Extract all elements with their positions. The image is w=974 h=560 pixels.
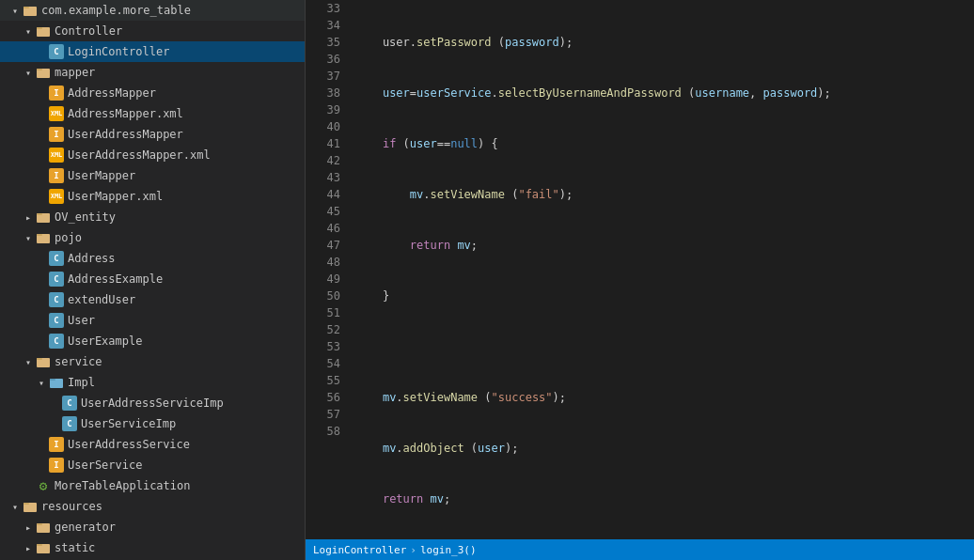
- line-number: 44: [309, 186, 340, 203]
- folder-icon: [36, 23, 51, 39]
- svg-rect-17: [37, 523, 42, 525]
- tree-item-user[interactable]: C User: [0, 310, 305, 331]
- tree-label: UserAddressMapper: [68, 128, 305, 141]
- tree-label: UserAddressService: [68, 438, 305, 451]
- tree-item-user-service-impl[interactable]: C UserServiceImp: [0, 413, 305, 434]
- tree-label: AddressExample: [68, 272, 305, 286]
- spacer: [47, 396, 62, 411]
- tree-label: UserMapper.xml: [68, 190, 305, 203]
- spacer: [21, 478, 36, 493]
- line-number: 42: [309, 152, 340, 169]
- tree-label: AddressMapper: [68, 86, 305, 100]
- tree-item-address-mapper-xml[interactable]: XML AddressMapper.xml: [0, 103, 305, 124]
- spacer: [34, 44, 49, 59]
- line-number: 51: [309, 304, 340, 321]
- line-number: 35: [309, 34, 340, 51]
- tree-label: mapper: [55, 66, 305, 79]
- spring-icon: ⚙: [36, 478, 51, 493]
- line-number: 53: [309, 338, 340, 355]
- tree-item-address[interactable]: C Address: [0, 248, 305, 269]
- tree-label: LoginController: [68, 45, 305, 58]
- line-number: 49: [309, 271, 340, 288]
- line-number: 34: [309, 17, 340, 34]
- svg-rect-11: [37, 358, 42, 360]
- file-tree-sidebar: com.example.more_table Controller C Logi…: [0, 0, 306, 560]
- svg-rect-1: [24, 7, 29, 8]
- line-number: 41: [309, 135, 340, 152]
- tree-label: static: [55, 541, 305, 554]
- tree-item-com-example[interactable]: com.example.more_table: [0, 0, 305, 21]
- svg-rect-7: [37, 213, 42, 215]
- tree-item-pojo[interactable]: pojo: [0, 227, 305, 248]
- tree-label: UserServiceImp: [81, 417, 305, 430]
- tree-item-user-example[interactable]: C UserExample: [0, 331, 305, 351]
- chevron-right-icon: [21, 520, 36, 535]
- breadcrumb-bar: LoginController › login_3(): [306, 539, 974, 560]
- tree-label: UserExample: [68, 334, 305, 348]
- tree-label: pojo: [55, 231, 305, 244]
- tree-label: service: [55, 355, 305, 368]
- code-line-37: return mv;: [355, 237, 974, 254]
- java-class-icon: C: [49, 313, 64, 328]
- tree-item-generator[interactable]: generator: [0, 517, 305, 537]
- tree-label: UserAddressServiceImp: [81, 397, 305, 410]
- tree-item-user-address-mapper[interactable]: I UserAddressMapper: [0, 124, 305, 145]
- line-number: 46: [309, 220, 340, 237]
- spacer: [34, 86, 49, 101]
- tree-item-user-address-service[interactable]: I UserAddressService: [0, 434, 305, 455]
- tree-label: AddressMapper.xml: [68, 107, 305, 120]
- spacer: [34, 437, 49, 452]
- line-number: 38: [309, 85, 340, 101]
- java-class-icon: C: [49, 272, 64, 287]
- chevron-down-icon: [8, 499, 23, 514]
- code-content[interactable]: user.setPassword (password); user=userSe…: [348, 0, 974, 539]
- spacer: [34, 168, 49, 183]
- tree-item-service[interactable]: service: [0, 351, 305, 372]
- tree-item-more-table-app[interactable]: ⚙ MoreTableApplication: [0, 475, 305, 496]
- code-line-38: }: [355, 288, 974, 304]
- java-class-icon: C: [49, 44, 64, 59]
- code-line-40: mv.setViewName ("success");: [355, 389, 974, 406]
- chevron-right-icon: [21, 540, 36, 555]
- tree-item-mapper[interactable]: mapper: [0, 62, 305, 83]
- tree-item-resources[interactable]: resources: [0, 496, 305, 517]
- spacer: [34, 127, 49, 142]
- chevron-down-icon: [8, 3, 23, 18]
- xml-icon: XML: [49, 148, 64, 163]
- tree-item-impl[interactable]: Impl: [0, 372, 305, 393]
- tree-item-address-example[interactable]: C AddressExample: [0, 269, 305, 289]
- code-area: 33 34 35 36 37 38 39 40 41 42 ⊟ 43 44 45…: [306, 0, 974, 539]
- line-number: 57: [309, 406, 340, 423]
- code-editor: 33 34 35 36 37 38 39 40 41 42 ⊟ 43 44 45…: [306, 0, 974, 560]
- tree-item-controller[interactable]: Controller: [0, 21, 305, 41]
- tree-item-address-mapper[interactable]: I AddressMapper: [0, 83, 305, 103]
- main-container: com.example.more_table Controller C Logi…: [0, 0, 974, 560]
- tree-item-user-address-service-impl[interactable]: C UserAddressServiceImp: [0, 393, 305, 413]
- tree-item-ov-entity[interactable]: OV_entity: [0, 207, 305, 227]
- folder-icon: [36, 230, 51, 245]
- svg-rect-19: [37, 544, 42, 546]
- breadcrumb-method: login_3(): [420, 544, 477, 556]
- chevron-down-icon: [21, 65, 36, 80]
- tree-item-user-mapper[interactable]: I UserMapper: [0, 165, 305, 186]
- line-number: 45: [309, 203, 340, 220]
- tree-label: generator: [55, 521, 305, 534]
- line-number: 47: [309, 237, 340, 254]
- svg-rect-15: [24, 503, 29, 505]
- tree-item-user-address-mapper-xml[interactable]: XML UserAddressMapper.xml: [0, 145, 305, 165]
- tree-label: UserMapper: [68, 169, 305, 182]
- folder-icon: [23, 3, 38, 18]
- tree-item-login-controller[interactable]: C LoginController: [0, 41, 305, 62]
- tree-item-static[interactable]: static: [0, 537, 305, 558]
- spacer: [34, 334, 49, 349]
- svg-rect-13: [50, 379, 55, 381]
- tree-label: Controller: [55, 24, 305, 38]
- tree-label: UserService: [68, 459, 305, 472]
- tree-item-user-service[interactable]: I UserService: [0, 455, 305, 475]
- tree-item-user-mapper-xml[interactable]: XML UserMapper.xml: [0, 186, 305, 207]
- line-number: 33: [309, 0, 340, 17]
- line-number: 39: [309, 101, 340, 118]
- tree-item-extend-user[interactable]: C extendUser: [0, 289, 305, 310]
- chevron-right-icon: [21, 210, 36, 225]
- tree-label: MoreTableApplication: [55, 479, 305, 492]
